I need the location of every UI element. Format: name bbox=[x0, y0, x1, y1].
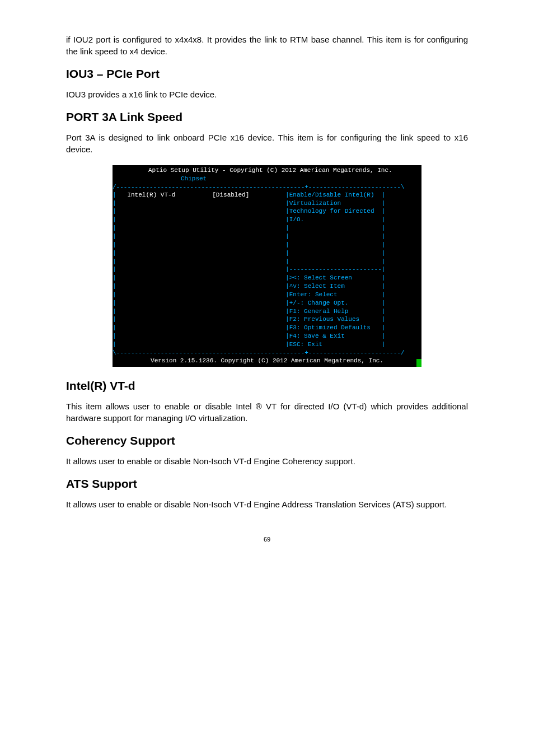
paragraph-port3a: Port 3A is designed to link onboard PCIe… bbox=[66, 132, 468, 155]
heading-vtd: Intel(R) VT-d bbox=[66, 379, 468, 393]
bios-key-hint: F4: Save & Exit bbox=[289, 333, 345, 339]
bios-tab-chipset: Chipset bbox=[113, 175, 421, 183]
bios-left-pane: | Intel(R) VT-d [Disabled] | | | | | | |… bbox=[113, 190, 285, 349]
paragraph-vtd: This item allows user to enable or disab… bbox=[66, 400, 468, 424]
heading-port3a: PORT 3A Link Speed bbox=[66, 110, 468, 124]
heading-iou3: IOU3 – PCIe Port bbox=[66, 67, 468, 81]
bios-key-hint: Enter: Select bbox=[289, 291, 338, 298]
bios-help-line: Technology for Directed bbox=[289, 208, 374, 214]
bios-key-hint: F2: Previous Values bbox=[289, 316, 359, 323]
bios-right-pane: |Enable/Disable Intel(R) | |Virtualizati… bbox=[285, 190, 421, 349]
bios-footer-marker bbox=[416, 359, 421, 367]
heading-coherency: Coherency Support bbox=[66, 434, 468, 447]
bios-help-line: Enable/Disable Intel(R) bbox=[289, 192, 374, 198]
paragraph-ats: It allows user to enable or disable Non-… bbox=[66, 498, 468, 510]
bios-top-divider: /---------------------------------------… bbox=[113, 184, 421, 190]
bios-help-line: Virtualization bbox=[289, 200, 341, 207]
bios-header: Aptio Setup Utility - Copyright (C) 2012… bbox=[113, 165, 421, 184]
paragraph-iou2-note: if IOU2 port is configured to x4x4x8. It… bbox=[66, 34, 468, 57]
bios-key-hint: ^v: Select Item bbox=[289, 283, 345, 290]
bios-help-line: I/O. bbox=[289, 216, 304, 223]
bios-version: Version 2.15.1236. Copyright (C) 2012 Am… bbox=[151, 357, 383, 364]
bios-key-hint: ><: Select Screen bbox=[289, 274, 352, 281]
paragraph-iou3: IOU3 provides a x16 link to PCIe device. bbox=[66, 88, 468, 100]
page-number: 69 bbox=[66, 536, 468, 543]
bios-item-name: Intel(R) VT-d bbox=[127, 192, 175, 198]
bios-title: Aptio Setup Utility - Copyright (C) 2012… bbox=[113, 166, 421, 175]
bios-key-hint: +/-: Change Opt. bbox=[289, 300, 349, 306]
bios-key-hint: F3: Optimized Defaults bbox=[289, 324, 371, 331]
bios-item-value: [Disabled] bbox=[212, 192, 249, 198]
bios-footer: Version 2.15.1236. Copyright (C) 2012 Am… bbox=[113, 356, 421, 367]
bios-screenshot: Aptio Setup Utility - Copyright (C) 2012… bbox=[113, 165, 421, 367]
bios-key-hint: F1: General Help bbox=[289, 308, 349, 315]
bios-right-divider: |------------------------- bbox=[285, 266, 382, 273]
bios-bottom-divider: \---------------------------------------… bbox=[113, 349, 421, 356]
paragraph-coherency: It allows user to enable or disable Non-… bbox=[66, 455, 468, 467]
bios-key-hint: ESC: Exit bbox=[289, 341, 322, 348]
heading-ats: ATS Support bbox=[66, 477, 468, 491]
bios-body: | Intel(R) VT-d [Disabled] | | | | | | |… bbox=[113, 190, 421, 349]
